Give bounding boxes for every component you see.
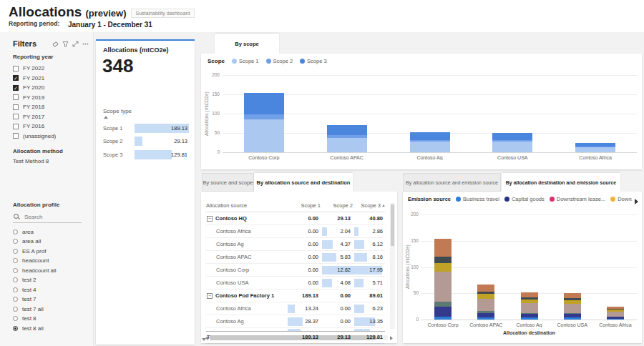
reporting-year-option[interactable]: FY 2018 — [13, 102, 89, 112]
bar-contoso-africa[interactable] — [607, 307, 624, 320]
bar-segment[interactable] — [434, 302, 452, 307]
legend-item[interactable]: Downstream lease... — [550, 196, 605, 202]
scope-type-row[interactable]: Scope 1189.13 — [103, 122, 189, 135]
collapse-icon[interactable]: − — [207, 293, 213, 299]
bar-segment[interactable] — [327, 138, 367, 153]
radio-icon[interactable] — [13, 316, 18, 321]
bar-contoso-corp[interactable] — [244, 93, 284, 152]
radio-icon[interactable] — [13, 249, 18, 254]
allocation-profile-option[interactable]: test 7 all — [13, 305, 89, 314]
table-row[interactable]: Contoso Africa13.240.006.23 — [206, 302, 385, 315]
allocation-profile-option[interactable]: headcount all — [13, 266, 89, 275]
bar-contoso-apac[interactable] — [327, 125, 367, 152]
table-row[interactable]: Contoso Corp0.0012.8217.95 — [206, 264, 385, 277]
table-row[interactable]: Contoso Africa0.002.042.86 — [206, 225, 385, 238]
allocation-profile-search[interactable] — [13, 212, 82, 223]
more-options-icon[interactable] — [82, 41, 89, 47]
table-row[interactable]: Contoso Ag0.004.376.12 — [206, 238, 385, 251]
search-input[interactable] — [23, 213, 83, 221]
checkbox-icon[interactable] — [13, 114, 19, 119]
allocation-profile-option[interactable]: ES A prof — [13, 247, 89, 256]
bar-segment[interactable] — [434, 272, 452, 302]
reporting-year-option[interactable]: (unassigned) — [13, 132, 89, 141]
bar-segment[interactable] — [244, 93, 284, 114]
bar-segment[interactable] — [564, 293, 581, 298]
radio-icon[interactable] — [13, 287, 18, 292]
table-row[interactable]: −Contoso HQ0.0029.1340.80 — [206, 212, 385, 225]
reporting-year-option[interactable]: FY 2017 — [13, 112, 89, 122]
tab-by-source-and-scope[interactable]: By source and scope — [202, 173, 254, 192]
radio-icon[interactable] — [13, 297, 18, 302]
scope-type-header[interactable]: Scope type — [103, 108, 189, 114]
bar-contoso-africa[interactable] — [575, 143, 615, 152]
bar-segment[interactable] — [477, 294, 494, 299]
bar-segment[interactable] — [521, 303, 538, 312]
bar-segment[interactable] — [521, 292, 538, 297]
radio-icon[interactable] — [13, 239, 18, 244]
radio-icon[interactable] — [13, 229, 18, 234]
tab-by-allocation-destination-and-emission-source[interactable]: By allocation destination and emission s… — [502, 173, 620, 192]
bar-segment[interactable] — [521, 317, 538, 320]
scroll-left-icon[interactable] — [205, 336, 208, 340]
allocation-profile-option[interactable]: area — [13, 227, 89, 237]
tab-by-allocation-source-and-emission-source[interactable]: By allocation source and emission source — [403, 173, 501, 192]
bar-contoso-usa[interactable] — [492, 133, 532, 152]
reporting-year-option[interactable]: FY 2019 — [13, 93, 89, 102]
checkbox-icon[interactable] — [13, 124, 19, 129]
allocation-profile-option[interactable]: test 7 — [13, 295, 89, 304]
radio-icon[interactable] — [13, 268, 18, 273]
reporting-year-option[interactable]: ✓FY 2021 — [13, 74, 89, 83]
table-row[interactable]: −Contoso Pod Factory 1189.130.0089.01 — [206, 290, 385, 302]
reporting-year-option[interactable]: FY 2016 — [13, 122, 89, 131]
bar-segment[interactable] — [244, 114, 284, 119]
scroll-right-icon[interactable] — [390, 336, 393, 340]
checkbox-icon[interactable] — [13, 104, 19, 110]
scrollbar-track[interactable] — [210, 335, 388, 340]
bar-segment[interactable] — [434, 263, 452, 272]
bar-segment[interactable] — [607, 319, 624, 320]
checkbox-icon[interactable]: ✓ — [13, 75, 19, 81]
tab-by-scope[interactable]: By scope — [215, 34, 279, 54]
scrollbar-thumb[interactable] — [391, 204, 394, 246]
checkbox-icon[interactable] — [13, 66, 19, 71]
legend-scroll-right-icon[interactable] — [635, 199, 638, 204]
bar-segment[interactable] — [492, 142, 532, 152]
reporting-year-option[interactable]: FY 2022 — [13, 64, 89, 73]
legend-item[interactable]: Business travel — [456, 196, 499, 202]
column-allocation-source[interactable]: Allocation source — [206, 200, 286, 212]
tab-by-allocation-source-and-destination[interactable]: By allocation source and destination — [254, 173, 353, 192]
allocation-profile-option[interactable]: test 4 — [13, 285, 89, 295]
table-row[interactable]: Contoso APAC0.005.838.16 — [206, 251, 385, 264]
column-scope-1[interactable]: Scope 1 — [286, 200, 321, 212]
bar-segment[interactable] — [410, 132, 450, 140]
bar-contoso-ag[interactable] — [521, 292, 538, 320]
radio-icon[interactable] — [13, 307, 18, 312]
allocation-profile-option[interactable]: test 8 — [13, 314, 89, 323]
bar-segment[interactable] — [434, 239, 452, 256]
bar-contoso-usa[interactable] — [564, 293, 581, 320]
bar-segment[interactable] — [434, 257, 452, 264]
allocation-profile-option[interactable]: test 8 all — [13, 324, 89, 333]
radio-icon[interactable] — [13, 277, 18, 282]
expand-icon[interactable] — [72, 41, 79, 47]
bar-segment[interactable] — [575, 147, 615, 152]
vertical-scrollbar[interactable] — [390, 203, 395, 329]
bar-contoso-corp[interactable] — [434, 239, 452, 320]
allocation-profile-option[interactable]: test 2 — [13, 275, 89, 285]
bar-contoso-apac[interactable] — [477, 285, 494, 320]
collapse-icon[interactable]: − — [207, 216, 213, 222]
filter-funnel-icon[interactable] — [62, 41, 69, 47]
legend-item[interactable]: Downstream lea... — [610, 196, 632, 202]
bar-segment[interactable] — [477, 313, 494, 318]
allocation-profile-option[interactable]: headcount — [13, 256, 89, 265]
column-scope-2[interactable]: Scope 2 — [321, 200, 353, 212]
bar-segment[interactable] — [564, 304, 581, 313]
radio-icon[interactable] — [13, 258, 18, 263]
allocation-profile-option[interactable]: area all — [13, 237, 89, 246]
horizontal-scrollbar[interactable] — [205, 335, 393, 341]
bar-segment[interactable] — [477, 285, 494, 292]
radio-icon[interactable] — [13, 326, 18, 331]
bar-segment[interactable] — [492, 133, 532, 140]
bar-segment[interactable] — [477, 317, 494, 320]
legend-item[interactable]: Scope 2 — [266, 58, 293, 64]
